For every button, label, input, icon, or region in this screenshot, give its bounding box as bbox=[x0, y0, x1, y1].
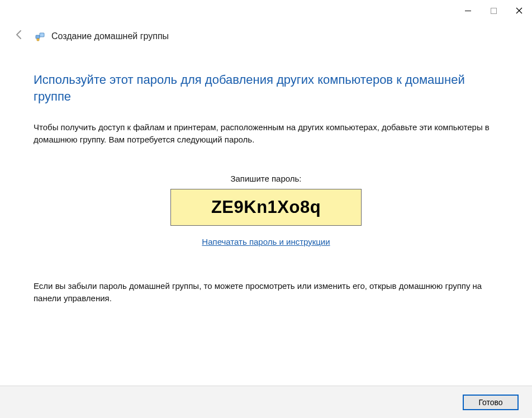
wizard-title: Создание домашней группы bbox=[51, 31, 169, 41]
wizard-header: Создание домашней группы bbox=[0, 22, 532, 49]
svg-rect-4 bbox=[36, 35, 40, 39]
maximize-button[interactable] bbox=[481, 2, 506, 19]
password-label: Запишите пароль: bbox=[34, 174, 498, 183]
minimize-button[interactable] bbox=[455, 2, 481, 19]
svg-rect-5 bbox=[40, 33, 44, 37]
page-description: Чтобы получить доступ к файлам и принтер… bbox=[34, 121, 498, 146]
wizard-footer: Готово bbox=[0, 386, 532, 418]
titlebar bbox=[0, 0, 532, 22]
finish-button[interactable]: Готово bbox=[463, 395, 519, 410]
close-button[interactable] bbox=[506, 2, 532, 19]
print-password-link[interactable]: Напечатать пароль и инструкции bbox=[202, 237, 330, 246]
back-arrow-icon[interactable] bbox=[11, 29, 27, 44]
page-heading: Используйте этот пароль для добавления д… bbox=[34, 72, 498, 104]
wizard-content: Используйте этот пароль для добавления д… bbox=[0, 49, 532, 304]
homegroup-icon bbox=[35, 31, 46, 42]
svg-point-6 bbox=[37, 39, 39, 41]
password-box: ZE9Kn1Xo8q bbox=[170, 189, 362, 226]
forgot-password-note: Если вы забыли пароль домашней группы, т… bbox=[34, 280, 498, 305]
svg-rect-1 bbox=[491, 8, 496, 13]
